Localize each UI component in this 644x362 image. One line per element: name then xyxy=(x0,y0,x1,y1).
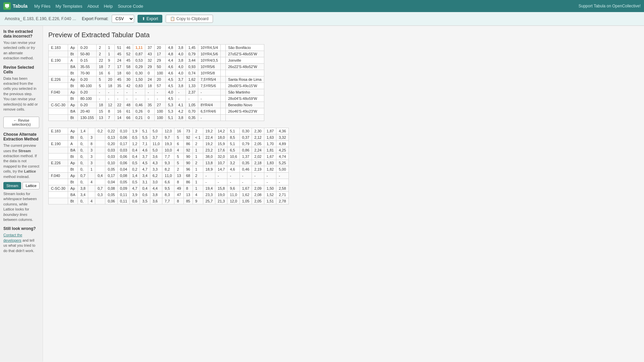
export-button[interactable]: ⬆ Export xyxy=(138,15,162,23)
table-cell: E.190 xyxy=(49,141,68,147)
table-cell: 92 xyxy=(183,147,193,154)
support-link[interactable]: Support Tabula on OpenCollective! xyxy=(579,4,641,8)
table-cell xyxy=(95,147,105,154)
table-cell: - xyxy=(276,179,288,185)
table-cell: 3,0 xyxy=(150,179,162,185)
table-cell: - xyxy=(154,89,165,96)
table-cell: 3,7 xyxy=(140,154,150,160)
table-cell: 7,7 xyxy=(162,198,174,204)
table-cell: 2,24 xyxy=(252,147,264,154)
table-cell: 50-80 xyxy=(78,51,96,57)
table-cell: Bt xyxy=(68,115,78,121)
table-cell: Bt xyxy=(68,96,78,102)
lattice-button[interactable]: Lattice xyxy=(22,182,39,189)
table-cell: 18,0 xyxy=(215,134,227,141)
table-cell: 5 xyxy=(174,160,183,166)
table-cell: 13 xyxy=(174,173,183,179)
table-cell: 4,36 xyxy=(276,128,288,134)
table-cell: A xyxy=(68,141,78,147)
table-cell: 2,05 xyxy=(252,141,264,147)
table-cell: 1,4 xyxy=(130,173,140,179)
table-cell: 100 xyxy=(154,70,165,76)
nav-about[interactable]: About xyxy=(87,4,99,9)
table-cell: 92 xyxy=(183,134,193,141)
table-cell: 1,50 xyxy=(133,76,145,83)
table-cell: 47 xyxy=(174,192,183,198)
table-cell: 12,0 xyxy=(162,128,174,134)
table-cell xyxy=(88,192,95,198)
export-format-label: Export Format: xyxy=(82,16,108,21)
table-cell: 0, xyxy=(78,166,88,173)
table-cell xyxy=(220,102,225,108)
nav-source[interactable]: Source Code xyxy=(118,4,143,9)
contact-link[interactable]: Contact the developers xyxy=(3,233,22,242)
revise-button[interactable]: ← Revise selection(s) xyxy=(3,117,39,128)
sidebar: Is the extracted data incorrect? You can… xyxy=(0,26,43,362)
table-row: F.040Ap0,70,40,170,081,43,46,211,013682-… xyxy=(49,173,289,179)
table-cell: 4,4 xyxy=(165,57,175,64)
table-cell xyxy=(49,70,68,76)
table-cell: 0, xyxy=(78,141,88,147)
table-cell: 0,13 xyxy=(105,134,117,141)
table-cell: 10,0 xyxy=(162,147,174,154)
table-cell: 16 xyxy=(96,70,105,76)
table-cell: Bt xyxy=(68,198,78,204)
nav-help[interactable]: Help xyxy=(104,4,113,9)
table-cell: 1,52 xyxy=(264,192,276,198)
table-cell: Joinville xyxy=(225,57,264,64)
table-cell: 17 xyxy=(154,51,165,57)
table-cell: 4 xyxy=(174,147,183,154)
table-cell: 3,5 xyxy=(140,198,150,204)
table-cell: 24 xyxy=(145,76,154,83)
table-cell: BA xyxy=(68,192,78,198)
table-cell: 48 xyxy=(124,102,133,108)
table-row: Bt80-10051835420,8318574,53,81,337,5YR5/… xyxy=(49,83,264,89)
table-cell: 130-155 xyxy=(78,115,96,121)
table-cell: Benedito Novo xyxy=(225,102,264,108)
table-cell: 5,1 xyxy=(165,115,175,121)
table-cell: 0,5 xyxy=(130,160,140,166)
table-cell: 5,3 xyxy=(165,108,175,115)
table-cell: 4,0 xyxy=(165,89,175,96)
table-cell: 19,0 xyxy=(215,192,227,198)
table-cell xyxy=(49,154,68,160)
table-cell xyxy=(220,64,225,70)
table-row: Bt0,10,050,040,24,73,38,2296118,914,74,6… xyxy=(49,166,289,173)
table-cell xyxy=(95,166,105,173)
table-cell: 0,70 xyxy=(186,108,198,115)
table-cell: 3,4 xyxy=(140,173,150,179)
table-cell: 28o00'S-49o15'W xyxy=(225,83,264,89)
table-cell: 2,58 xyxy=(276,185,288,192)
sidebar-wrong-section: Still look wrong? Contact the developers… xyxy=(3,226,39,253)
table-cell: 50 xyxy=(154,64,165,70)
svg-rect-0 xyxy=(5,4,9,7)
table-cell: 4,2 xyxy=(176,108,186,115)
main-layout: Is the extracted data incorrect? You can… xyxy=(0,26,644,362)
table-cell: 19,4 xyxy=(203,185,215,192)
table-cell: 11,0 xyxy=(227,192,239,198)
table-row: E.226Ap0-2052045301,5024204,53,71,627,5Y… xyxy=(49,76,264,83)
table-cell: São Bonifácio xyxy=(225,45,264,51)
brand: Tabula xyxy=(3,2,28,10)
table-cell: 1,33 xyxy=(186,83,198,89)
table-cell xyxy=(220,76,225,83)
nav-mytemplates[interactable]: My Templates xyxy=(55,4,82,9)
sidebar-revise-text: Data has been extracted from the cells y… xyxy=(3,76,39,112)
nav-myfiles[interactable]: My Files xyxy=(34,4,50,9)
table-cell: Ap xyxy=(68,185,78,192)
table-cell: 22 xyxy=(96,57,105,64)
table-cell: F.040 xyxy=(49,89,68,96)
table-cell: 1,51 xyxy=(264,198,276,204)
table-cell: 8 xyxy=(183,185,193,192)
export-format-select[interactable]: CSV TSV JSON Script xyxy=(112,15,134,23)
table-cell: 0,37 xyxy=(239,134,252,141)
table-cell: 27o52'S-48o55'W xyxy=(225,51,264,57)
table-cell xyxy=(49,134,68,141)
table-cell: 6 xyxy=(106,70,115,76)
svg-rect-1 xyxy=(6,7,8,8)
table-cell: 1 xyxy=(106,51,115,57)
copy-clipboard-button[interactable]: 📋 Copy to Clipboard xyxy=(166,15,213,23)
stream-button[interactable]: Stream xyxy=(3,182,21,189)
table-cell: - xyxy=(124,89,133,96)
table-cell: 0,05 xyxy=(117,179,129,185)
